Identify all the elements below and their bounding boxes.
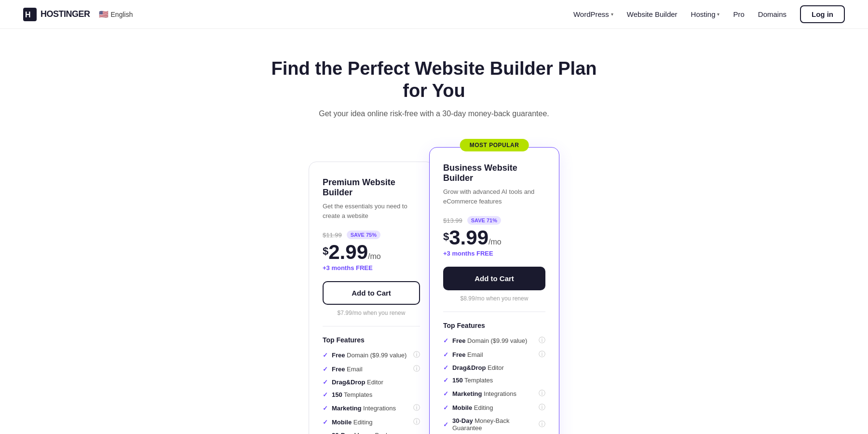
- nav-link-wordpress[interactable]: WordPress ▾: [573, 10, 613, 18]
- check-icon: ✓: [323, 419, 328, 426]
- info-icon[interactable]: ⓘ: [413, 365, 420, 373]
- info-icon[interactable]: ⓘ: [539, 403, 545, 412]
- language-label: English: [111, 11, 133, 18]
- feature-item: ✓Mobile Editingⓘ: [443, 403, 545, 412]
- check-icon: ✓: [443, 337, 448, 344]
- check-icon: ✓: [443, 377, 448, 384]
- hero-section: Find the Perfect Website Builder Plan fo…: [0, 29, 868, 137]
- check-icon: ✓: [323, 405, 328, 412]
- info-icon[interactable]: ⓘ: [413, 351, 420, 359]
- plan-card-premium: Premium Website Builder Get the essentia…: [309, 162, 434, 434]
- free-months-premium: +3 months FREE: [323, 264, 420, 271]
- features-title-business: Top Features: [443, 322, 545, 329]
- add-to-cart-premium[interactable]: Add to Cart: [323, 281, 420, 305]
- check-icon: ✓: [443, 421, 448, 428]
- plan-desc-premium: Get the essentials you need to create a …: [323, 202, 420, 221]
- divider-premium: [323, 326, 420, 326]
- dollar-sign-premium: $: [323, 246, 328, 257]
- info-icon[interactable]: ⓘ: [539, 420, 545, 429]
- logo[interactable]: H HOSTINGER: [23, 8, 90, 21]
- check-icon: ✓: [323, 391, 328, 398]
- check-icon: ✓: [323, 379, 328, 386]
- current-price-premium: $2.99/mo: [323, 242, 420, 262]
- add-to-cart-business[interactable]: Add to Cart: [443, 267, 545, 290]
- feature-list-business: ✓Free Domain ($9.99 value)ⓘ ✓Free Emailⓘ…: [443, 336, 545, 434]
- login-button[interactable]: Log in: [800, 5, 845, 23]
- info-icon[interactable]: ⓘ: [413, 404, 420, 412]
- plan-desc-business: Grow with advanced AI tools and eCommerc…: [443, 187, 545, 206]
- feature-item: ✓30-Day Money-Back Guaranteeⓘ: [443, 417, 545, 432]
- plan-name-business: Business Website Builder: [443, 163, 545, 183]
- save-badge-business: SAVE 71%: [467, 216, 501, 225]
- logo-text: HOSTINGER: [41, 9, 90, 19]
- feature-item: ✓Marketing Integrationsⓘ: [323, 404, 420, 412]
- info-icon[interactable]: ⓘ: [539, 389, 545, 398]
- nav-link-website-builder[interactable]: Website Builder: [627, 10, 678, 18]
- nav-link-hosting[interactable]: Hosting ▾: [691, 10, 720, 18]
- feature-item: ✓Free Emailⓘ: [323, 365, 420, 373]
- chevron-down-icon: ▾: [611, 12, 613, 17]
- flag-icon: 🇺🇸: [99, 10, 108, 19]
- svg-text:H: H: [25, 11, 30, 19]
- nav-link-pro[interactable]: Pro: [733, 10, 744, 18]
- free-months-business: +3 months FREE: [443, 250, 545, 257]
- price-row-premium: $11.99 SAVE 75%: [323, 231, 420, 239]
- feature-item: ✓Free Emailⓘ: [443, 350, 545, 359]
- price-period-premium: /mo: [368, 252, 381, 260]
- logo-icon: H: [23, 8, 37, 21]
- renew-note-business: $8.99/mo when you renew: [443, 295, 545, 302]
- price-main-premium: 2.99: [328, 241, 368, 263]
- check-icon: ✓: [443, 390, 448, 397]
- most-popular-badge: MOST POPULAR: [460, 139, 529, 151]
- price-row-business: $13.99 SAVE 71%: [443, 216, 545, 225]
- check-icon: ✓: [323, 366, 328, 373]
- feature-item: ✓Marketing Integrationsⓘ: [443, 389, 545, 398]
- check-icon: ✓: [323, 352, 328, 359]
- nav-left: H HOSTINGER 🇺🇸 English: [23, 8, 133, 21]
- nav-right: WordPress ▾ Website Builder Hosting ▾ Pr…: [573, 5, 845, 23]
- feature-item: ✓Mobile Editingⓘ: [323, 418, 420, 426]
- chevron-down-icon: ▾: [717, 12, 719, 17]
- check-icon: ✓: [443, 351, 448, 358]
- feature-item: ✓Free Domain ($9.99 value)ⓘ: [323, 351, 420, 359]
- feature-item: ✓Drag&Drop Editor: [323, 379, 420, 386]
- check-icon: ✓: [443, 364, 448, 371]
- price-period-business: /mo: [488, 238, 502, 246]
- dollar-sign-business: $: [443, 231, 449, 242]
- info-icon[interactable]: ⓘ: [413, 418, 420, 426]
- plans-container: Premium Website Builder Get the essentia…: [212, 137, 656, 434]
- original-price-premium: $11.99: [323, 231, 342, 239]
- feature-item: ✓30-Day Money-Back Guaranteeⓘ: [323, 432, 420, 434]
- nav-link-domains[interactable]: Domains: [758, 10, 787, 18]
- divider-business: [443, 312, 545, 312]
- navbar: H HOSTINGER 🇺🇸 English WordPress ▾ Websi…: [0, 0, 868, 29]
- info-icon[interactable]: ⓘ: [539, 336, 545, 345]
- original-price-business: $13.99: [443, 217, 462, 224]
- current-price-business: $3.99/mo: [443, 228, 545, 248]
- hero-title: Find the Perfect Website Builder Plan fo…: [265, 58, 603, 102]
- feature-list-premium: ✓Free Domain ($9.99 value)ⓘ ✓Free Emailⓘ…: [323, 351, 420, 434]
- feature-item: ✓Drag&Drop Editor: [443, 364, 545, 371]
- check-icon: ✓: [443, 404, 448, 411]
- info-icon[interactable]: ⓘ: [539, 350, 545, 359]
- renew-note-premium: $7.99/mo when you renew: [323, 310, 420, 316]
- feature-item: ✓150 Templates: [323, 391, 420, 398]
- plan-name-premium: Premium Website Builder: [323, 177, 420, 198]
- save-badge-premium: SAVE 75%: [347, 231, 380, 239]
- feature-item: ✓Free Domain ($9.99 value)ⓘ: [443, 336, 545, 345]
- features-title-premium: Top Features: [323, 336, 420, 344]
- price-main-business: 3.99: [449, 226, 488, 249]
- language-selector[interactable]: 🇺🇸 English: [99, 10, 133, 19]
- feature-item: ✓150 Templates: [443, 377, 545, 384]
- hero-subtitle: Get your idea online risk-free with a 30…: [12, 109, 856, 118]
- plan-card-business: MOST POPULAR Business Website Builder Gr…: [429, 147, 559, 434]
